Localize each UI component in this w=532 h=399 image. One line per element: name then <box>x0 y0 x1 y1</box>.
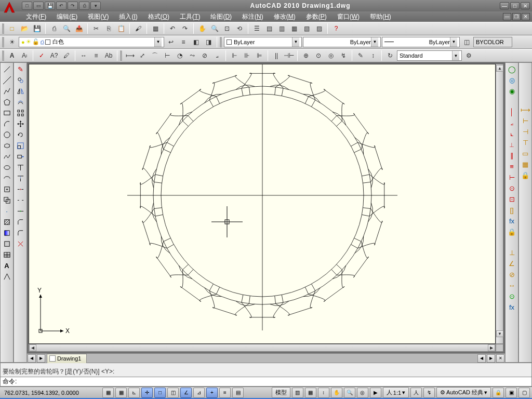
otrack-toggle[interactable]: ∠ <box>180 388 192 398</box>
xline-icon[interactable] <box>1 75 12 85</box>
dim-style-manager-icon[interactable]: ⚙ <box>463 50 474 61</box>
layer-state-icon[interactable]: ≡ <box>178 36 189 48</box>
mtext-tool-icon[interactable]: A <box>1 260 12 271</box>
ellipse-icon[interactable] <box>1 162 12 172</box>
dim-tedit-icon[interactable]: ↕ <box>367 50 379 61</box>
ducs-toggle[interactable]: ⊿ <box>193 388 205 398</box>
tab-nav-left-icon[interactable]: ◀ <box>477 354 486 363</box>
zoom-previous-icon[interactable]: ⟲ <box>234 23 245 34</box>
command-history[interactable]: 要绘制完整的齿轮吗？[是(Y)/否(N)] <Y>: <box>1 363 531 377</box>
measure-5-icon[interactable]: ▭ <box>520 148 531 158</box>
color-combo[interactable]: ByLayer ▼ <box>224 37 302 47</box>
quickview-drawings-icon[interactable]: ▦ <box>305 388 316 398</box>
qat-save-icon[interactable]: 💾 <box>45 2 55 10</box>
menu-window[interactable]: 窗口(W) <box>332 11 365 22</box>
pan-icon[interactable]: ✋ <box>196 23 208 34</box>
menu-file[interactable]: 文件(F) <box>21 11 51 22</box>
circle-icon[interactable] <box>1 129 12 140</box>
maximize-button[interactable]: □ <box>510 2 520 9</box>
point-icon[interactable]: · <box>1 206 12 216</box>
print-icon[interactable]: ⎙ <box>48 23 60 34</box>
qat-undo-icon[interactable]: ↶ <box>56 2 66 10</box>
markup-icon[interactable]: ▧ <box>301 23 312 34</box>
dim-arc-icon[interactable]: ⌒ <box>149 50 161 61</box>
qat-dropdown-icon[interactable]: ▾ <box>90 2 101 10</box>
snap-toggle[interactable]: ▦ <box>102 388 114 398</box>
mirror-icon[interactable] <box>15 86 26 96</box>
dim-continue-icon[interactable]: ⊫ <box>254 50 265 61</box>
pline-icon[interactable] <box>1 86 12 96</box>
equal-constraint-icon[interactable]: ≡ <box>506 161 517 171</box>
plot-style-icon[interactable]: ◫ <box>461 36 472 48</box>
lineweight-combo[interactable]: ByLayer ▼ <box>382 37 460 47</box>
rotate-icon[interactable] <box>15 129 26 140</box>
toolbar-grip[interactable] <box>2 23 4 34</box>
ortho-toggle[interactable]: ⊾ <box>128 388 140 398</box>
join-icon[interactable] <box>15 206 26 216</box>
tab-scroll-right-icon[interactable]: ▶ <box>37 354 45 363</box>
menu-dimension[interactable]: 标注(N) <box>237 11 269 22</box>
qdim-icon[interactable]: ⊩ <box>229 50 240 61</box>
scale-icon[interactable] <box>15 140 26 151</box>
save-icon[interactable]: 💾 <box>31 23 43 34</box>
measure-2-icon[interactable]: ⊢ <box>520 115 531 126</box>
tab-nav-right-icon[interactable]: ▶ <box>487 354 495 363</box>
dim-update-icon[interactable]: ↻ <box>384 50 396 61</box>
dyn-toggle[interactable]: + <box>206 388 218 398</box>
document-tab[interactable]: Drawing1 <box>47 354 87 363</box>
orbit-icon[interactable]: ◯ <box>506 64 517 74</box>
redo-icon[interactable]: ↷ <box>179 23 191 34</box>
annotation-scale[interactable]: 人1:1 ▾ <box>383 387 409 398</box>
dim-aligned-icon[interactable]: ⤢ <box>137 50 148 61</box>
preview-icon[interactable]: 🔍 <box>61 23 72 34</box>
coinc-constraint-icon[interactable]: ⊙ <box>506 183 517 193</box>
measure-1-icon[interactable]: ⟼ <box>520 104 531 115</box>
menu-tools[interactable]: 工具(T) <box>175 11 205 22</box>
revcloud-icon[interactable] <box>1 140 12 151</box>
tool-palette-icon[interactable]: ▥ <box>276 23 287 34</box>
layer-previous-icon[interactable]: ↩ <box>165 36 177 48</box>
line-icon[interactable] <box>1 64 12 74</box>
paste-icon[interactable]: 📋 <box>115 23 127 34</box>
polar-toggle[interactable]: ✛ <box>141 388 153 398</box>
menu-help[interactable]: 帮助(H) <box>365 11 396 22</box>
table-icon[interactable] <box>1 249 12 260</box>
vertical-scrollbar[interactable]: ▲ ▼ <box>496 64 503 344</box>
constrained-orbit-icon[interactable]: ◎ <box>506 75 517 85</box>
dim-ordinate-icon[interactable]: ⊢ <box>162 50 173 61</box>
bycolor-combo[interactable]: BYCOLOR <box>473 37 512 47</box>
hardware-accel-icon[interactable]: ▣ <box>506 388 517 398</box>
showmotion-icon[interactable]: ▶ <box>370 388 381 398</box>
spell-icon[interactable]: ✓ <box>36 50 47 61</box>
erase-icon[interactable]: ✎ <box>15 64 26 74</box>
match-props-icon[interactable]: 🖌 <box>132 23 144 34</box>
dim-linear-icon[interactable]: ⟼ <box>124 50 136 61</box>
osnap-toggle[interactable]: □ <box>154 388 166 398</box>
rectangle-icon[interactable] <box>1 108 12 118</box>
layer-iso-icon[interactable]: ◧ <box>190 36 202 48</box>
toolbar-grip[interactable] <box>120 50 122 61</box>
layer-combo[interactable]: ● ☀ 🔓 ⎙ 白色 ▼ <box>19 37 164 47</box>
qat-print-icon[interactable]: ⎙ <box>79 2 89 10</box>
block-insert-icon[interactable] <box>1 184 12 194</box>
coordinates-display[interactable]: 762.0731, 1594.1392, 0.0000 <box>2 389 101 397</box>
menu-modify[interactable]: 修改(M) <box>269 11 301 22</box>
cut-icon[interactable]: ✂ <box>90 23 102 34</box>
annotation-autoscale-icon[interactable]: ↯ <box>423 388 435 398</box>
menu-draw[interactable]: 绘图(D) <box>205 11 237 22</box>
dim-diameter-icon[interactable]: ⊘ <box>199 50 210 61</box>
command-line[interactable]: 命令: <box>1 377 531 386</box>
design-center-icon[interactable]: ▤ <box>263 23 275 34</box>
dist-constraint-icon[interactable]: │ <box>506 107 517 117</box>
clean-screen-icon[interactable]: ▢ <box>518 388 530 398</box>
dim-style-combo[interactable]: Standard ▼ <box>397 50 462 61</box>
menu-format[interactable]: 格式(O) <box>143 11 175 22</box>
spline-icon[interactable] <box>1 151 12 162</box>
publish-icon[interactable]: 📤 <box>73 23 85 34</box>
maximize-viewport-icon[interactable]: ↕ <box>318 388 329 398</box>
grid-toggle[interactable]: ▦ <box>115 388 127 398</box>
break-icon[interactable] <box>15 195 26 205</box>
menu-edit[interactable]: 编辑(E) <box>51 11 83 22</box>
3dosnap-toggle[interactable]: ◫ <box>167 388 179 398</box>
copy-icon[interactable]: ⎘ <box>103 23 114 34</box>
